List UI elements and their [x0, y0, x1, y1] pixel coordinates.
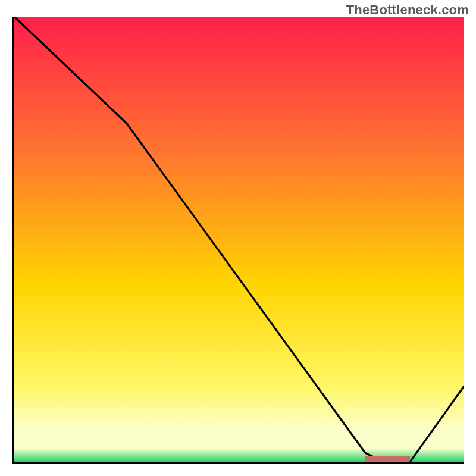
optimal-range-bar: [365, 456, 411, 462]
axes-frame: [12, 17, 464, 464]
chart-stage: TheBottleneck.com: [0, 0, 476, 476]
watermark-text: TheBottleneck.com: [346, 2, 469, 18]
